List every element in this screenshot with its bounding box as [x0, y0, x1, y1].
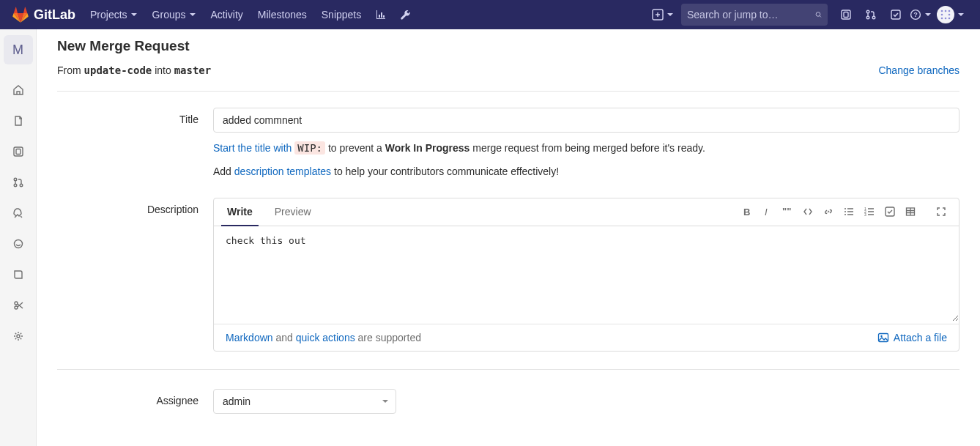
svg-point-17 [945, 18, 947, 20]
svg-text:B: B [743, 207, 750, 217]
divider [57, 369, 959, 370]
table-icon [905, 207, 916, 217]
svg-point-26 [15, 306, 18, 309]
nav-activity[interactable]: Activity [204, 0, 250, 29]
avatar [937, 6, 954, 23]
target-branch: master [174, 64, 212, 76]
sidebar-settings[interactable] [0, 321, 37, 352]
md-link-button[interactable] [818, 201, 839, 223]
nav-admin[interactable] [393, 0, 418, 29]
svg-point-31 [844, 208, 846, 209]
svg-rect-20 [16, 149, 21, 155]
chart-icon [375, 9, 387, 21]
nav-operations[interactable] [368, 0, 393, 29]
md-italic-button[interactable]: I [757, 201, 777, 223]
page-content: New Merge Request From update-code into … [37, 29, 980, 446]
template-hint: Add description templates to help your c… [213, 163, 959, 179]
svg-point-40 [880, 335, 882, 337]
sidebar-snippets[interactable] [0, 290, 37, 321]
md-fullscreen-button[interactable] [931, 201, 951, 223]
svg-text:?: ? [913, 11, 918, 18]
assignee-selected: admin [223, 395, 250, 407]
brand-wordmark: GitLab [34, 7, 75, 23]
wip-code: WIP: [294, 141, 325, 155]
nav-milestones[interactable]: Milestones [250, 0, 314, 29]
nav-user-menu[interactable] [933, 0, 968, 29]
title-input[interactable] [213, 108, 959, 133]
rocket-icon [12, 207, 24, 219]
svg-rect-3 [844, 12, 848, 18]
md-code-button[interactable] [798, 201, 818, 223]
sidebar-issues[interactable] [0, 136, 37, 167]
sidebar-ci-cd[interactable] [0, 198, 37, 228]
chevron-down-icon [957, 11, 965, 18]
sidebar-overview[interactable] [0, 75, 37, 105]
scissors-icon [12, 300, 24, 311]
md-task-button[interactable] [880, 201, 900, 223]
sidebar-repository[interactable] [0, 105, 37, 136]
quick-actions-link[interactable]: quick actions [296, 332, 355, 343]
svg-point-11 [941, 10, 943, 12]
book-icon [12, 269, 24, 280]
nav-new-menu[interactable] [650, 0, 675, 29]
svg-point-10 [937, 6, 954, 23]
gitlab-logo-icon [12, 6, 29, 23]
project-identicon[interactable]: M [4, 35, 33, 64]
nav-projects-label: Projects [90, 9, 127, 21]
assignee-label: Assignee [57, 389, 213, 414]
nav-projects[interactable]: Projects [83, 0, 145, 29]
source-branch: update-code [84, 64, 152, 76]
nav-groups[interactable]: Groups [145, 0, 204, 29]
svg-point-32 [844, 211, 846, 212]
issues-icon [12, 146, 24, 157]
attach-file-button[interactable]: Attach a file [877, 332, 947, 343]
gitlab-logo-link[interactable]: GitLab [12, 6, 75, 23]
nav-snippets-label: Snippets [322, 9, 361, 21]
wip-link[interactable]: Start the title with WIP: [213, 141, 325, 155]
operations-icon [12, 238, 24, 250]
svg-point-27 [17, 335, 20, 338]
sidebar-operations[interactable] [0, 228, 37, 259]
nav-merge-requests[interactable] [858, 0, 883, 29]
description-templates-link[interactable]: description templates [234, 166, 331, 177]
md-quote-button[interactable]: "" [777, 201, 798, 223]
md-bold-button[interactable]: B [736, 201, 757, 223]
markdown-hint: Markdown and quick actions are supported [226, 332, 421, 343]
md-ul-button[interactable] [839, 201, 859, 223]
md-table-button[interactable] [900, 201, 921, 223]
help-icon: ? [910, 9, 921, 21]
md-ol-button[interactable]: 123 [859, 201, 880, 223]
svg-point-4 [866, 10, 869, 13]
nav-todos[interactable] [883, 0, 908, 29]
code-icon [803, 207, 813, 217]
svg-point-12 [945, 10, 947, 12]
sidebar-merge-requests[interactable] [0, 167, 37, 198]
assignee-select[interactable]: admin [213, 389, 396, 414]
nav-snippets[interactable]: Snippets [314, 0, 368, 29]
fullscreen-icon [936, 207, 946, 217]
nav-help[interactable]: ? [908, 0, 933, 29]
wip-bold: Work In Progress [385, 142, 470, 154]
project-sidebar: M [0, 29, 37, 446]
bold-icon: B [741, 207, 751, 217]
search-input[interactable] [687, 9, 815, 21]
svg-point-23 [20, 184, 23, 187]
nav-issues[interactable] [834, 0, 858, 29]
change-branches-link[interactable]: Change branches [878, 64, 959, 76]
home-icon [12, 84, 24, 96]
todo-icon [890, 9, 902, 21]
svg-point-18 [949, 18, 951, 20]
svg-point-16 [941, 18, 943, 20]
description-textarea[interactable] [214, 226, 959, 322]
sidebar-wiki[interactable] [0, 259, 37, 290]
chevron-down-icon [667, 11, 674, 18]
identicon-icon [937, 6, 954, 23]
svg-point-33 [844, 214, 846, 215]
tab-write[interactable]: Write [221, 198, 259, 226]
global-search[interactable] [681, 4, 828, 26]
plus-square-icon [652, 9, 664, 21]
markdown-link[interactable]: Markdown [226, 332, 273, 343]
chevron-down-icon [924, 11, 932, 18]
merge-request-icon [12, 176, 24, 188]
tab-preview[interactable]: Preview [269, 198, 317, 225]
